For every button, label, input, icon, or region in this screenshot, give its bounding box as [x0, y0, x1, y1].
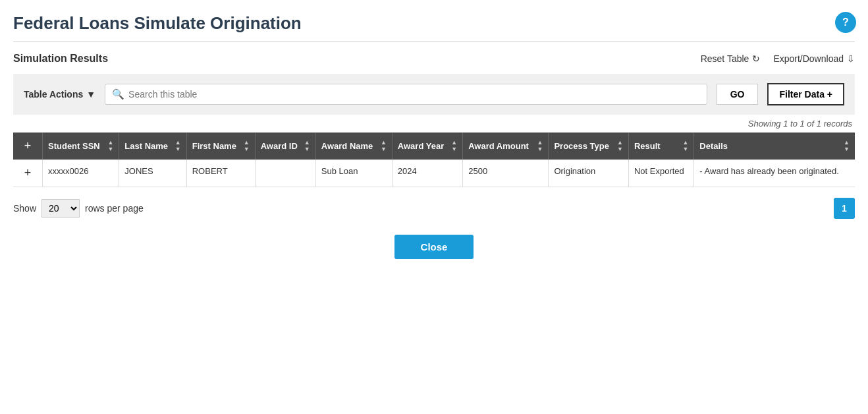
col-label-award-year: Award Year — [398, 141, 444, 151]
data-table: + Student SSN ▲▼ Last Name ▲▼ — [13, 133, 855, 187]
header-actions: Reset Table ↻ Export/Download ⇩ — [701, 53, 855, 64]
table-actions-button[interactable]: Table Actions ▼ — [24, 89, 95, 100]
col-label-student-ssn: Student SSN — [48, 141, 100, 151]
rows-per-page-select[interactable]: 10 20 50 100 — [41, 199, 80, 218]
search-icon: 🔍 — [112, 88, 124, 100]
sort-icons-student-ssn: ▲▼ — [107, 140, 113, 153]
reset-icon: ↻ — [752, 53, 760, 64]
table-actions-label: Table Actions — [24, 89, 83, 100]
close-label: Close — [421, 241, 448, 252]
rows-per-page-control: Show 10 20 50 100 rows per page — [13, 199, 144, 218]
col-label-first-name: First Name — [192, 141, 236, 151]
page-1-button[interactable]: 1 — [834, 198, 855, 219]
sort-icons-award-id: ▲▼ — [304, 140, 310, 153]
rows-per-page-label: rows per page — [85, 203, 144, 214]
col-header-award-id[interactable]: Award ID ▲▼ — [255, 133, 315, 160]
col-label-process-type: Process Type — [554, 141, 609, 151]
sort-icons-last-name: ▲▼ — [175, 140, 181, 153]
sort-icons-award-amount: ▲▼ — [537, 140, 543, 153]
col-header-first-name[interactable]: First Name ▲▼ — [186, 133, 255, 160]
cell-details: - Award has already been originated. — [694, 160, 855, 187]
col-label-award-name: Award Name — [321, 141, 373, 151]
show-label: Show — [13, 203, 36, 214]
sort-icons-first-name: ▲▼ — [244, 140, 250, 153]
sort-icons-result: ▲▼ — [682, 140, 688, 153]
cell-award-amount: 2500 — [463, 160, 549, 187]
go-label: GO — [730, 89, 745, 100]
title-divider — [13, 42, 855, 42]
table-header-row: + Student SSN ▲▼ Last Name ▲▼ — [13, 133, 855, 160]
search-input[interactable] — [128, 89, 700, 100]
cell-process-type: Origination — [549, 160, 629, 187]
sort-icons-process-type: ▲▼ — [617, 140, 623, 153]
filter-data-button[interactable]: Filter Data + — [767, 83, 844, 105]
col-header-award-name[interactable]: Award Name ▲▼ — [315, 133, 392, 160]
col-header-details[interactable]: Details ▲▼ — [694, 133, 855, 160]
col-header-student-ssn[interactable]: Student SSN ▲▼ — [43, 133, 119, 160]
cell-first-name: ROBERT — [186, 160, 255, 187]
col-header-award-amount[interactable]: Award Amount ▲▼ — [463, 133, 549, 160]
filter-label: Filter Data + — [779, 89, 832, 100]
page-title: Federal Loans Simulate Origination — [13, 13, 855, 34]
col-label-result: Result — [634, 141, 661, 151]
row-expand-button[interactable]: + — [24, 166, 32, 180]
col-label-details: Details — [699, 141, 728, 151]
table-row: +xxxxx0026JONESROBERTSub Loan20242500Ori… — [13, 160, 855, 187]
pagination-row: Show 10 20 50 100 rows per page 1 — [13, 198, 855, 219]
go-button[interactable]: GO — [717, 84, 759, 105]
section-header: Simulation Results Reset Table ↻ Export/… — [13, 53, 855, 65]
sort-icons-award-name: ▲▼ — [381, 140, 387, 153]
export-download-button[interactable]: Export/Download ⇩ — [773, 53, 855, 64]
cell-last-name: JONES — [119, 160, 186, 187]
page-1-label: 1 — [842, 203, 847, 214]
chevron-down-icon: ▼ — [86, 89, 95, 100]
close-section: Close — [13, 235, 855, 259]
col-label-last-name: Last Name — [124, 141, 168, 151]
cell-result: Not Exported — [628, 160, 693, 187]
close-button[interactable]: Close — [394, 235, 474, 259]
showing-records-text: Showing 1 to 1 of 1 records — [13, 119, 855, 129]
cell-award-name: Sub Loan — [315, 160, 392, 187]
col-header-award-year[interactable]: Award Year ▲▼ — [392, 133, 462, 160]
reset-table-button[interactable]: Reset Table ↻ — [701, 53, 761, 64]
add-column-header: + — [13, 133, 43, 160]
col-header-process-type[interactable]: Process Type ▲▼ — [549, 133, 629, 160]
sort-icons-award-year: ▲▼ — [451, 140, 457, 153]
cell-award-id — [255, 160, 315, 187]
col-label-award-id: Award ID — [261, 141, 298, 151]
export-label: Export/Download — [773, 53, 844, 64]
col-label-award-amount: Award Amount — [468, 141, 529, 151]
cell-award-year: 2024 — [392, 160, 462, 187]
help-button[interactable]: ? — [835, 12, 856, 33]
cell-student-ssn: xxxxx0026 — [43, 160, 119, 187]
search-wrapper: 🔍 — [105, 84, 707, 105]
col-header-result[interactable]: Result ▲▼ — [628, 133, 693, 160]
reset-label: Reset Table — [701, 53, 749, 64]
download-icon: ⇩ — [847, 53, 855, 64]
help-icon: ? — [842, 16, 849, 28]
toolbar: Table Actions ▼ 🔍 GO Filter Data + — [13, 74, 855, 115]
add-column-button[interactable]: + — [18, 139, 37, 153]
sort-icons-details: ▲▼ — [844, 140, 850, 153]
section-title: Simulation Results — [13, 53, 108, 65]
col-header-last-name[interactable]: Last Name ▲▼ — [119, 133, 186, 160]
